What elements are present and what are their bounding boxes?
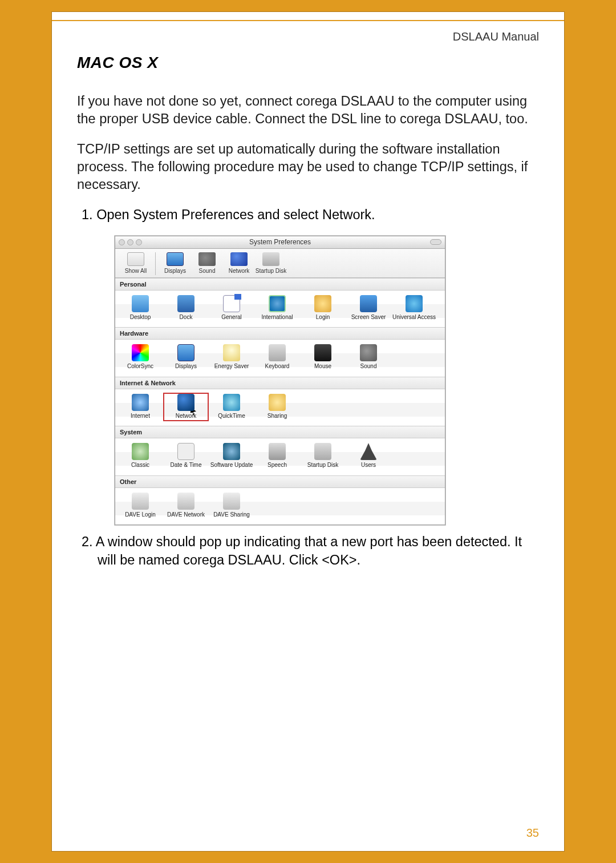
speech-icon (269, 443, 286, 460)
pref-classic[interactable]: Classic (117, 442, 163, 471)
energy-saver-icon (223, 344, 240, 361)
page-number: 35 (526, 826, 539, 840)
screenshot-system-preferences: System Preferences Show AllDisplaysSound… (115, 236, 539, 526)
quicktime-icon (223, 394, 240, 411)
paragraph-1: If you have not done so yet, connect cor… (77, 92, 539, 128)
pref-quicktime[interactable]: QuickTime (209, 393, 254, 422)
step-2: 2. A window should pop up indicating tha… (82, 533, 539, 569)
pref-label: Desktop (117, 314, 163, 321)
pref-label: Software Update (209, 462, 254, 469)
step-1: 1. Open System Preferences and select Ne… (82, 206, 539, 224)
section-title: MAC OS X (77, 54, 539, 72)
pref-label: QuickTime (209, 413, 254, 420)
pref-label: Date & Time (163, 462, 209, 469)
pref-label: Login (300, 314, 346, 321)
section-grid: ColorSyncDisplaysEnergy SaverKeyboardMou… (115, 340, 445, 377)
section-header-other: Other (115, 475, 445, 488)
software-update-icon (223, 443, 240, 460)
pref-label: Sharing (254, 413, 300, 420)
pref-login[interactable]: Login (300, 294, 346, 323)
pref-universal-access[interactable]: Universal Access (391, 294, 437, 323)
manual-page: DSLAAU Manual MAC OS X If you have not d… (51, 11, 565, 852)
pref-label: Network (163, 413, 209, 420)
pref-sound[interactable]: Sound (346, 343, 391, 372)
section-grid: DesktopDockGeneralInternationalLoginScre… (115, 291, 445, 328)
pref-label: Displays (163, 363, 209, 370)
section-header-hardware: Hardware (115, 327, 445, 340)
show-all-icon (127, 252, 144, 266)
colorsync-icon (132, 344, 149, 361)
pref-speech[interactable]: Speech (254, 442, 300, 471)
pref-label: ColorSync (117, 363, 163, 370)
pref-label: DAVE Login (117, 511, 163, 518)
pref-internet[interactable]: Internet (117, 393, 163, 422)
paragraph-2: TCP/IP settings are set up automatically… (77, 140, 539, 193)
pref-dave-login[interactable]: DAVE Login (117, 491, 163, 521)
toolbar-label: Startup Disk (255, 268, 287, 274)
pref-sharing[interactable]: Sharing (254, 393, 300, 422)
toolbar-toggle-icon[interactable] (430, 239, 441, 245)
toolbar-label: Displays (159, 268, 191, 274)
pref-label: Speech (254, 462, 300, 469)
section-grid: InternetNetworkQuickTimeSharing (115, 389, 445, 426)
sound-icon (360, 344, 377, 361)
displays-icon (167, 252, 184, 266)
pref-general[interactable]: General (209, 294, 254, 323)
pref-users[interactable]: Users (346, 442, 391, 471)
displays-icon (177, 344, 194, 361)
pref-startup-disk[interactable]: Startup Disk (300, 442, 346, 471)
pref-label: Users (346, 462, 391, 469)
pref-screen-saver[interactable]: Screen Saver (346, 294, 391, 323)
toolbar-displays[interactable]: Displays (159, 252, 191, 274)
keyboard-icon (269, 344, 286, 361)
pref-date-time[interactable]: Date & Time (163, 442, 209, 471)
section-header-system: System (115, 426, 445, 438)
pref-software-update[interactable]: Software Update (209, 442, 254, 471)
section-grid: ClassicDate & TimeSoftware UpdateSpeechS… (115, 438, 445, 475)
mouse-icon (314, 344, 331, 361)
section-header-internet-network: Internet & Network (115, 377, 445, 389)
desktop-icon (132, 295, 149, 312)
pref-dock[interactable]: Dock (163, 294, 209, 323)
pref-dave-network[interactable]: DAVE Network (163, 491, 209, 521)
toolbar-sound[interactable]: Sound (191, 252, 223, 274)
dave-login-icon (132, 493, 149, 510)
international-icon (269, 295, 286, 312)
internet-icon (132, 394, 149, 411)
general-icon (223, 295, 240, 312)
pref-displays[interactable]: Displays (163, 343, 209, 372)
screen-saver-icon (360, 295, 377, 312)
doc-title: DSLAAU Manual (77, 27, 539, 54)
pref-label: Screen Saver (346, 314, 391, 321)
toolbar: Show AllDisplaysSoundNetworkStartup Disk (115, 249, 445, 278)
section-grid: DAVE LoginDAVE NetworkDAVE Sharing (115, 488, 445, 525)
pref-label: Startup Disk (300, 462, 346, 469)
dock-icon (177, 295, 194, 312)
toolbar-label: Network (223, 268, 255, 274)
pref-label: DAVE Network (163, 511, 209, 518)
pref-desktop[interactable]: Desktop (117, 294, 163, 323)
pref-energy-saver[interactable]: Energy Saver (209, 343, 254, 372)
toolbar-label: Show All (120, 268, 152, 274)
users-icon (360, 443, 377, 460)
pref-label: DAVE Sharing (209, 511, 254, 518)
classic-icon (132, 443, 149, 460)
pref-mouse[interactable]: Mouse (300, 343, 346, 372)
pref-label: Mouse (300, 363, 346, 370)
toolbar-label: Sound (191, 268, 223, 274)
toolbar-show-all[interactable]: Show All (120, 252, 152, 274)
pref-colorsync[interactable]: ColorSync (117, 343, 163, 372)
pref-label: International (254, 314, 300, 321)
pref-network[interactable]: Network (163, 393, 209, 422)
pref-keyboard[interactable]: Keyboard (254, 343, 300, 372)
pref-label: Classic (117, 462, 163, 469)
sharing-icon (269, 394, 286, 411)
pref-international[interactable]: International (254, 294, 300, 323)
startup-disk-icon (314, 443, 331, 460)
network-icon (177, 394, 194, 411)
window: System Preferences Show AllDisplaysSound… (115, 236, 445, 526)
toolbar-network[interactable]: Network (223, 252, 255, 274)
toolbar-startup-disk[interactable]: Startup Disk (255, 252, 287, 274)
pref-dave-sharing[interactable]: DAVE Sharing (209, 491, 254, 521)
pref-label: Universal Access (391, 314, 437, 321)
